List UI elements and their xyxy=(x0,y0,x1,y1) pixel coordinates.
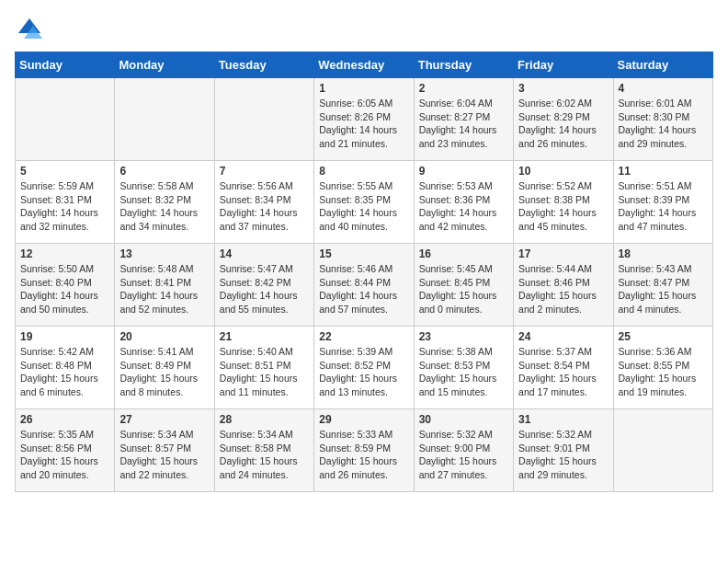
header-thursday: Thursday xyxy=(414,52,513,78)
day-number: 11 xyxy=(619,165,708,178)
day-number: 16 xyxy=(419,247,508,260)
calendar-week-1: 1Sunrise: 6:05 AM Sunset: 8:26 PM Daylig… xyxy=(16,78,713,161)
calendar-cell xyxy=(214,78,313,161)
day-info: Sunrise: 6:05 AM Sunset: 8:26 PM Dayligh… xyxy=(319,97,408,151)
day-number: 4 xyxy=(619,82,708,95)
calendar-week-5: 26Sunrise: 5:35 AM Sunset: 8:56 PM Dayli… xyxy=(16,409,713,492)
day-number: 20 xyxy=(119,330,209,343)
calendar-cell: 20Sunrise: 5:41 AM Sunset: 8:49 PM Dayli… xyxy=(115,327,214,409)
day-info: Sunrise: 6:02 AM Sunset: 8:29 PM Dayligh… xyxy=(518,97,608,151)
calendar-cell: 11Sunrise: 5:51 AM Sunset: 8:39 PM Dayli… xyxy=(613,161,712,244)
header-friday: Friday xyxy=(514,52,613,78)
calendar-cell: 5Sunrise: 5:59 AM Sunset: 8:31 PM Daylig… xyxy=(16,161,115,244)
header-sunday: Sunday xyxy=(16,52,115,78)
day-number: 19 xyxy=(20,330,109,343)
calendar-week-2: 5Sunrise: 5:59 AM Sunset: 8:31 PM Daylig… xyxy=(16,161,713,244)
calendar-cell: 12Sunrise: 5:50 AM Sunset: 8:40 PM Dayli… xyxy=(16,244,115,327)
day-number: 30 xyxy=(419,413,508,426)
day-number: 22 xyxy=(319,330,408,343)
calendar-cell: 27Sunrise: 5:34 AM Sunset: 8:57 PM Dayli… xyxy=(115,409,214,492)
day-info: Sunrise: 5:50 AM Sunset: 8:40 PM Dayligh… xyxy=(20,262,109,316)
day-info: Sunrise: 5:34 AM Sunset: 8:57 PM Dayligh… xyxy=(119,428,209,482)
day-number: 8 xyxy=(319,165,408,178)
day-info: Sunrise: 5:32 AM Sunset: 9:01 PM Dayligh… xyxy=(518,428,608,482)
calendar-cell: 24Sunrise: 5:37 AM Sunset: 8:54 PM Dayli… xyxy=(514,327,613,409)
day-number: 14 xyxy=(220,247,309,260)
day-info: Sunrise: 6:01 AM Sunset: 8:30 PM Dayligh… xyxy=(619,97,708,151)
day-number: 15 xyxy=(319,247,408,260)
day-info: Sunrise: 5:34 AM Sunset: 8:58 PM Dayligh… xyxy=(220,428,309,482)
header-saturday: Saturday xyxy=(613,52,712,78)
day-info: Sunrise: 5:41 AM Sunset: 8:49 PM Dayligh… xyxy=(119,345,209,399)
day-info: Sunrise: 5:47 AM Sunset: 8:42 PM Dayligh… xyxy=(220,262,309,316)
day-info: Sunrise: 5:48 AM Sunset: 8:41 PM Dayligh… xyxy=(119,262,209,316)
calendar-cell xyxy=(613,409,712,492)
day-number: 9 xyxy=(419,165,508,178)
day-info: Sunrise: 5:52 AM Sunset: 8:38 PM Dayligh… xyxy=(518,179,608,234)
day-number: 7 xyxy=(220,165,309,178)
day-info: Sunrise: 5:51 AM Sunset: 8:39 PM Dayligh… xyxy=(619,179,708,234)
day-info: Sunrise: 5:38 AM Sunset: 8:53 PM Dayligh… xyxy=(419,345,508,399)
day-info: Sunrise: 5:35 AM Sunset: 8:56 PM Dayligh… xyxy=(20,428,109,482)
day-info: Sunrise: 5:58 AM Sunset: 8:32 PM Dayligh… xyxy=(119,179,209,234)
calendar-cell: 8Sunrise: 5:55 AM Sunset: 8:35 PM Daylig… xyxy=(314,161,414,244)
day-info: Sunrise: 5:39 AM Sunset: 8:52 PM Dayligh… xyxy=(319,345,408,399)
calendar-cell: 23Sunrise: 5:38 AM Sunset: 8:53 PM Dayli… xyxy=(414,327,513,409)
calendar-cell: 25Sunrise: 5:36 AM Sunset: 8:55 PM Dayli… xyxy=(613,327,712,409)
day-info: Sunrise: 5:44 AM Sunset: 8:46 PM Dayligh… xyxy=(518,262,608,316)
day-info: Sunrise: 5:43 AM Sunset: 8:47 PM Dayligh… xyxy=(619,262,708,316)
day-info: Sunrise: 6:04 AM Sunset: 8:27 PM Dayligh… xyxy=(419,97,508,151)
calendar-cell: 7Sunrise: 5:56 AM Sunset: 8:34 PM Daylig… xyxy=(214,161,313,244)
day-number: 6 xyxy=(119,165,209,178)
day-info: Sunrise: 5:53 AM Sunset: 8:36 PM Dayligh… xyxy=(419,179,508,234)
calendar-cell: 22Sunrise: 5:39 AM Sunset: 8:52 PM Dayli… xyxy=(314,327,414,409)
day-number: 12 xyxy=(20,247,109,260)
calendar-cell: 1Sunrise: 6:05 AM Sunset: 8:26 PM Daylig… xyxy=(314,78,414,161)
day-info: Sunrise: 5:37 AM Sunset: 8:54 PM Dayligh… xyxy=(518,345,608,399)
calendar-cell: 15Sunrise: 5:46 AM Sunset: 8:44 PM Dayli… xyxy=(314,244,414,327)
day-number: 26 xyxy=(20,413,109,426)
day-number: 10 xyxy=(518,165,608,178)
day-number: 25 xyxy=(619,330,708,343)
day-number: 2 xyxy=(419,82,508,95)
calendar-cell: 18Sunrise: 5:43 AM Sunset: 8:47 PM Dayli… xyxy=(613,244,712,327)
day-number: 28 xyxy=(220,413,309,426)
day-info: Sunrise: 5:45 AM Sunset: 8:45 PM Dayligh… xyxy=(419,262,508,316)
calendar-cell: 19Sunrise: 5:42 AM Sunset: 8:48 PM Dayli… xyxy=(16,327,115,409)
calendar-cell xyxy=(115,78,214,161)
day-number: 1 xyxy=(319,82,408,95)
day-info: Sunrise: 5:32 AM Sunset: 9:00 PM Dayligh… xyxy=(419,428,508,482)
calendar-cell: 4Sunrise: 6:01 AM Sunset: 8:30 PM Daylig… xyxy=(613,78,712,161)
day-info: Sunrise: 5:55 AM Sunset: 8:35 PM Dayligh… xyxy=(319,179,408,234)
calendar-cell: 21Sunrise: 5:40 AM Sunset: 8:51 PM Dayli… xyxy=(214,327,313,409)
calendar-cell: 16Sunrise: 5:45 AM Sunset: 8:45 PM Dayli… xyxy=(414,244,513,327)
day-number: 23 xyxy=(419,330,508,343)
day-info: Sunrise: 5:33 AM Sunset: 8:59 PM Dayligh… xyxy=(319,428,408,482)
svg-marker-0 xyxy=(18,18,40,33)
day-number: 18 xyxy=(619,247,708,260)
calendar-cell: 31Sunrise: 5:32 AM Sunset: 9:01 PM Dayli… xyxy=(514,409,613,492)
header-tuesday: Tuesday xyxy=(214,52,313,78)
calendar-week-3: 12Sunrise: 5:50 AM Sunset: 8:40 PM Dayli… xyxy=(16,244,713,327)
day-number: 17 xyxy=(518,247,608,260)
page-header xyxy=(15,15,713,44)
calendar-cell: 17Sunrise: 5:44 AM Sunset: 8:46 PM Dayli… xyxy=(514,244,613,327)
calendar-cell: 13Sunrise: 5:48 AM Sunset: 8:41 PM Dayli… xyxy=(115,244,214,327)
calendar-cell: 28Sunrise: 5:34 AM Sunset: 8:58 PM Dayli… xyxy=(214,409,313,492)
calendar-cell: 14Sunrise: 5:47 AM Sunset: 8:42 PM Dayli… xyxy=(214,244,313,327)
calendar-cell: 26Sunrise: 5:35 AM Sunset: 8:56 PM Dayli… xyxy=(16,409,115,492)
calendar-cell: 3Sunrise: 6:02 AM Sunset: 8:29 PM Daylig… xyxy=(514,78,613,161)
calendar-week-4: 19Sunrise: 5:42 AM Sunset: 8:48 PM Dayli… xyxy=(16,327,713,409)
day-info: Sunrise: 5:59 AM Sunset: 8:31 PM Dayligh… xyxy=(20,179,109,234)
logo-icon xyxy=(15,15,44,44)
calendar-table: SundayMondayTuesdayWednesdayThursdayFrid… xyxy=(15,52,713,492)
calendar-cell: 2Sunrise: 6:04 AM Sunset: 8:27 PM Daylig… xyxy=(414,78,513,161)
calendar-cell: 29Sunrise: 5:33 AM Sunset: 8:59 PM Dayli… xyxy=(314,409,414,492)
day-info: Sunrise: 5:42 AM Sunset: 8:48 PM Dayligh… xyxy=(20,345,109,399)
day-number: 3 xyxy=(518,82,608,95)
day-number: 13 xyxy=(119,247,209,260)
day-number: 27 xyxy=(119,413,209,426)
day-number: 21 xyxy=(220,330,309,343)
calendar-cell: 30Sunrise: 5:32 AM Sunset: 9:00 PM Dayli… xyxy=(414,409,513,492)
day-number: 29 xyxy=(319,413,408,426)
